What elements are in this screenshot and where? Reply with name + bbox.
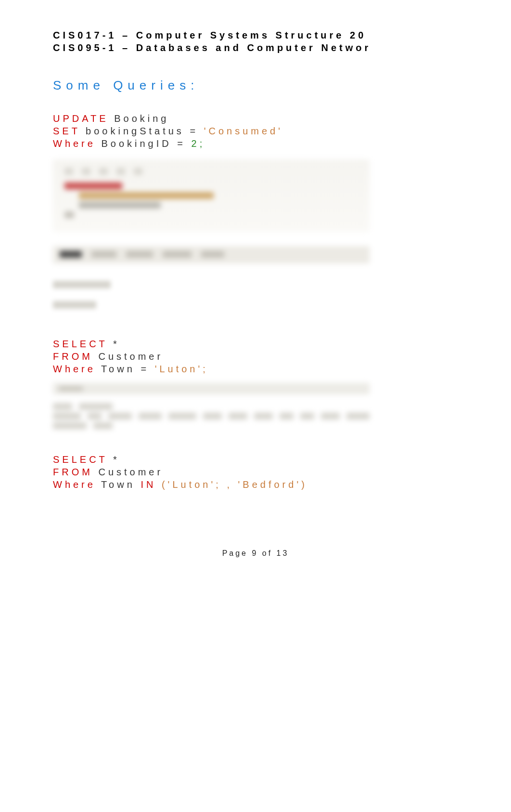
sql-keyword: SELECT (53, 454, 107, 465)
blurred-table (53, 403, 370, 429)
sql-keyword: SET (53, 126, 80, 136)
sql-table: Customer (98, 351, 163, 362)
blurred-tabs (53, 246, 370, 263)
blurred-text (53, 281, 111, 288)
course-header-2: CIS095-1 – Databases and Computer Networ (53, 41, 458, 54)
sql-in: IN (141, 479, 156, 490)
sql-query-2: SELECT * FROM Customer Where Town = 'Lut… (53, 338, 458, 375)
sql-column: BookingID (101, 138, 171, 149)
sql-table: Customer (98, 467, 163, 477)
sql-keyword: SELECT (53, 339, 107, 349)
sql-eq: = (141, 364, 149, 374)
sql-table: Booking (114, 113, 169, 124)
blurred-screenshot (53, 383, 370, 394)
sql-query-1: UPDATE Booking SET bookingStatus = 'Cons… (53, 112, 458, 150)
sql-keyword: Where (53, 364, 96, 374)
sql-keyword: FROM (53, 351, 93, 362)
section-title: Some Queries: (53, 78, 458, 93)
sql-eq: = (177, 138, 186, 149)
blurred-screenshot (53, 159, 370, 232)
sql-eq: = (190, 126, 198, 136)
sql-value: 'Luton'; (155, 364, 208, 374)
sql-value: ('Luton'; , 'Bedford') (162, 479, 307, 490)
sql-star: * (113, 454, 120, 465)
sql-keyword: FROM (53, 467, 93, 477)
sql-column: bookingStatus (86, 126, 184, 136)
sql-keyword: UPDATE (53, 113, 109, 124)
sql-value: 'Consumed' (204, 126, 283, 136)
blurred-text (53, 301, 96, 309)
sql-column: Town (101, 364, 135, 374)
sql-query-3: SELECT * FROM Customer Where Town IN ('L… (53, 453, 458, 491)
sql-star: * (113, 339, 120, 349)
sql-value: 2; (192, 138, 205, 149)
page-footer: Page 9 of 13 (0, 549, 511, 558)
course-header-1: CIS017-1 – Computer Systems Structure 20 (53, 29, 458, 41)
sql-keyword: Where (53, 479, 96, 490)
sql-column: Town (101, 479, 135, 490)
sql-keyword: Where (53, 138, 96, 149)
